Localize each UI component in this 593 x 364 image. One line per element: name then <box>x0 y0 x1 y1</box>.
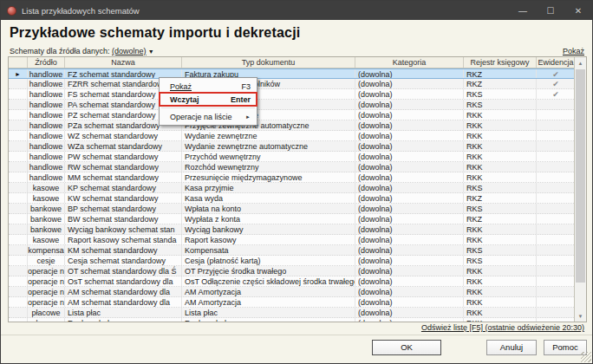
cell-category: (dowolna) <box>355 120 464 130</box>
table-row[interactable]: operacje nOsT schemat standardowy dlaOsT… <box>9 276 576 287</box>
table-row[interactable]: bankoweBW schemat standardowyWypłata z k… <box>9 214 576 224</box>
menu-item-wczytaj[interactable]: WczytajEnter <box>160 93 257 106</box>
cell-source: operacje n <box>28 276 65 286</box>
row-indicator-cell <box>9 256 28 265</box>
cell-category: (dowolna) <box>355 141 464 151</box>
refresh-list-link[interactable]: Odśwież listę [F5] (ostatnie odświeżenie… <box>421 323 584 332</box>
cell-register: RKK <box>464 235 537 244</box>
cell-category: (dowolna) <box>355 193 464 203</box>
show-link[interactable]: Pokaż <box>563 47 584 55</box>
cell-source: bankowe <box>28 214 65 224</box>
table-row[interactable]: handlowePW schemat standardowyPrzychód w… <box>9 152 576 162</box>
cell-category: (dowolna) <box>355 110 464 120</box>
cell-doc-type: Kompensata <box>182 245 355 255</box>
table-row[interactable]: ►handloweFZ schemat standardowyFaktura z… <box>9 68 576 79</box>
ok-button[interactable]: OK <box>372 340 441 355</box>
vertical-scrollbar[interactable]: ▲ ▼ <box>574 57 586 322</box>
table-row[interactable]: kasoweKW schemat standardowyKasa wyda(do… <box>9 193 576 204</box>
cell-category: (dowolna) <box>355 297 464 307</box>
maximize-icon[interactable]: ☐ <box>537 1 564 20</box>
row-indicator-cell <box>9 318 28 322</box>
cell-name: AM schemat standardowy dla <box>65 297 182 307</box>
column-header-Źródło[interactable]: Źródło <box>28 57 65 68</box>
cell-source: handlowe <box>28 141 65 151</box>
table-row[interactable]: handlowePA schemat standardowyParagon(do… <box>9 100 576 110</box>
cell-source: kasowe <box>28 235 65 244</box>
table-row[interactable]: handloweWZa schemat standardowyWydanie z… <box>9 141 576 152</box>
cell-doc-type: AM Amortyzacja <box>182 297 355 307</box>
cell-register: RKS <box>464 245 537 255</box>
close-icon[interactable]: ✕ <box>564 1 592 20</box>
submenu-arrow-icon: ► <box>245 114 251 120</box>
minimize-icon[interactable]: — <box>509 1 537 20</box>
row-indicator-cell <box>9 193 28 203</box>
column-header-Typ dokumentu[interactable]: Typ dokumentu <box>182 57 355 68</box>
cell-evidence <box>537 256 576 265</box>
column-header-indicator <box>9 57 28 68</box>
datasource-filter-value-link[interactable]: (dowolne) <box>112 47 147 55</box>
table-row[interactable]: operacje nOT schemat standardowy dla ŚOT… <box>9 266 576 276</box>
table-row[interactable]: handloweFS schemat standardowyFaktura sp… <box>9 89 576 100</box>
cell-source: handlowe <box>28 120 65 130</box>
cell-evidence <box>537 245 576 255</box>
resize-grip[interactable] <box>581 352 591 362</box>
table-row[interactable]: handloweWZ schemat standardowyWydanie ze… <box>9 131 576 141</box>
cell-source: handlowe <box>28 79 65 88</box>
cell-register: RKK <box>464 266 537 276</box>
cell-source: handlowe <box>28 162 65 172</box>
cell-source: bankowe <box>28 204 65 213</box>
scroll-up-icon[interactable]: ▲ <box>575 57 586 68</box>
table-row[interactable]: kasoweRaport kasowy schemat standaRaport… <box>9 235 576 245</box>
scrollbar-thumb[interactable] <box>576 69 585 283</box>
table-row[interactable]: bankoweWyciąg bankowy schemat stanWyciąg… <box>9 224 576 235</box>
table-row[interactable]: cesjeCesja schemat standardowyCesja (pła… <box>9 256 576 266</box>
cell-doc-type: Rozchód wewnętrzny <box>182 162 355 172</box>
column-header-Kategoria[interactable]: Kategoria <box>355 57 464 68</box>
column-header-Ewidencja[interactable]: Ewidencja <box>537 57 576 68</box>
table-row[interactable]: bankoweBP schemat standardowyWpłata na k… <box>9 204 576 214</box>
menu-item-pokaż[interactable]: PokażF3 <box>160 80 257 93</box>
row-indicator-cell <box>9 214 28 224</box>
selected-row-pointer-icon: ► <box>9 69 28 78</box>
titlebar: Lista przykładowych schematów — ☐ ✕ <box>1 1 592 20</box>
table-row[interactable]: operacje nAM schemat standardowy dlaAM A… <box>9 297 576 308</box>
cell-name: KP schemat standardowy <box>65 183 182 192</box>
table-row[interactable]: handloweRW schemat standardowyRozchód we… <box>9 162 576 172</box>
cell-category: (dowolna) <box>355 172 464 182</box>
cell-evidence <box>537 287 576 296</box>
cell-name: WZa schemat standardowy <box>65 141 182 151</box>
menu-item-label: Pokaż <box>170 82 192 91</box>
cell-source: kompensa <box>28 245 65 255</box>
row-indicator-cell <box>9 89 28 99</box>
cell-register: RKK <box>464 152 537 161</box>
menu-item-operacje-na-liście[interactable]: Operacje na liście► <box>160 110 257 123</box>
cell-register: RKK <box>464 110 537 120</box>
column-header-Nazwa[interactable]: Nazwa <box>65 57 182 68</box>
scroll-down-icon[interactable]: ▼ <box>575 310 586 322</box>
cell-register: RKS <box>464 89 537 99</box>
table-row[interactable]: płacoweRachunek do umowyRachunek do umow… <box>9 318 576 322</box>
cell-name: OsT schemat standardowy dla <box>65 276 182 286</box>
footer-divider <box>1 335 592 335</box>
cell-source: kasowe <box>28 183 65 192</box>
row-indicator-cell <box>9 235 28 244</box>
cell-name: KW schemat standardowy <box>65 193 182 203</box>
table-row[interactable]: handlowePZ schemat standardowyPrzyjęcie … <box>9 110 576 120</box>
cancel-button[interactable]: Anuluj <box>486 340 537 355</box>
table-row[interactable]: handlowePZa schemat standardowyPrzyjęcie… <box>9 120 576 131</box>
table-row[interactable]: handloweFZRR schemat standardowyFaktura … <box>9 79 576 89</box>
table-row[interactable]: handloweMM schemat standardowyPrzesunięc… <box>9 172 576 183</box>
cell-source: handlowe <box>28 89 65 99</box>
cell-source: handlowe <box>28 69 65 78</box>
cell-category: (dowolna) <box>355 131 464 140</box>
cell-doc-type: Cesja (płatność kartą) <box>182 256 355 265</box>
cell-source: handlowe <box>28 172 65 182</box>
cell-name: OT schemat standardowy dla Ś <box>65 266 182 276</box>
column-header-Rejestr księgowy[interactable]: Rejestr księgowy <box>464 57 537 68</box>
table-row[interactable]: płacoweLista płacLista płac(dowolna)RKK <box>9 308 576 318</box>
table-row[interactable]: operacje nAM schemat standardowy dlaAM A… <box>9 287 576 297</box>
table-row[interactable]: kasoweKP schemat standardowyKasa przyjmi… <box>9 183 576 193</box>
cell-evidence <box>537 276 576 286</box>
menu-item-label: Wczytaj <box>170 95 199 104</box>
table-row[interactable]: kompensaKM schemat standardowyKompensata… <box>9 245 576 256</box>
